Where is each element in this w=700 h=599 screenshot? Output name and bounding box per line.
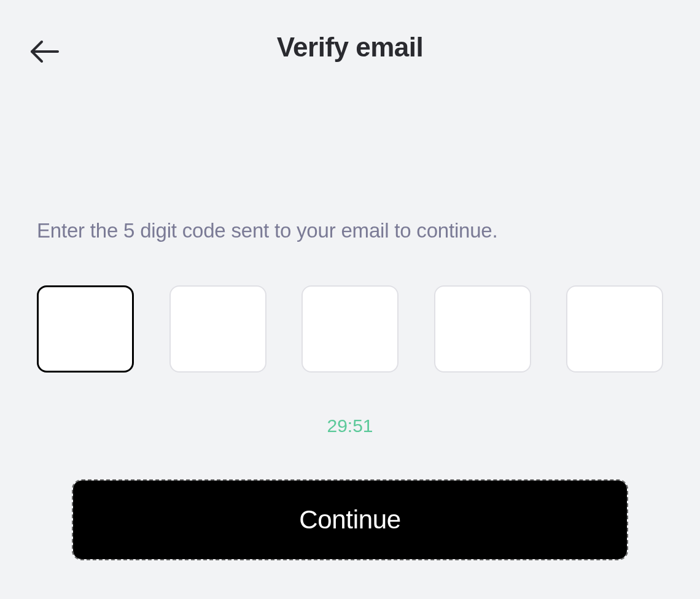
code-input-group [37,285,663,373]
code-digit-4[interactable] [434,285,531,373]
instruction-text: Enter the 5 digit code sent to your emai… [37,219,663,242]
code-digit-5[interactable] [566,285,663,373]
code-digit-2[interactable] [169,285,266,373]
code-digit-1[interactable] [37,285,134,373]
arrow-left-icon [29,39,59,64]
header: Verify email [0,0,700,87]
content: Enter the 5 digit code sent to your emai… [0,219,700,559]
countdown-timer: 29:51 [37,415,663,436]
continue-button[interactable]: Continue [73,481,627,559]
code-digit-3[interactable] [301,285,399,373]
back-button[interactable] [29,37,59,66]
page-title: Verify email [277,32,424,63]
